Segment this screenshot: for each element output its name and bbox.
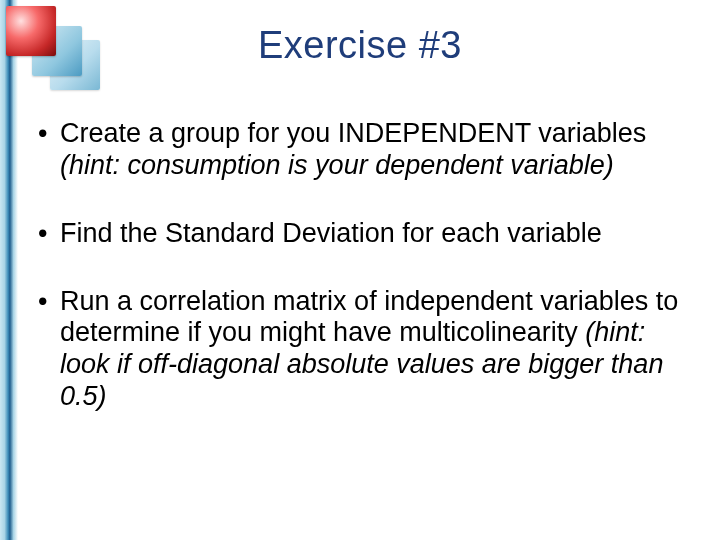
- bullet-hint: (hint: consumption is your dependent var…: [60, 150, 614, 180]
- list-item: Find the Standard Deviation for each var…: [32, 218, 692, 250]
- bullet-text: Find the Standard Deviation for each var…: [60, 218, 602, 248]
- bullet-text: Create a group for you INDEPENDENT varia…: [60, 118, 646, 148]
- bullet-list: Create a group for you INDEPENDENT varia…: [32, 118, 692, 413]
- list-item: Create a group for you INDEPENDENT varia…: [32, 118, 692, 182]
- list-item: Run a correlation matrix of independent …: [32, 286, 692, 413]
- slide-body: Create a group for you INDEPENDENT varia…: [32, 118, 692, 449]
- slide-title: Exercise #3: [0, 24, 720, 67]
